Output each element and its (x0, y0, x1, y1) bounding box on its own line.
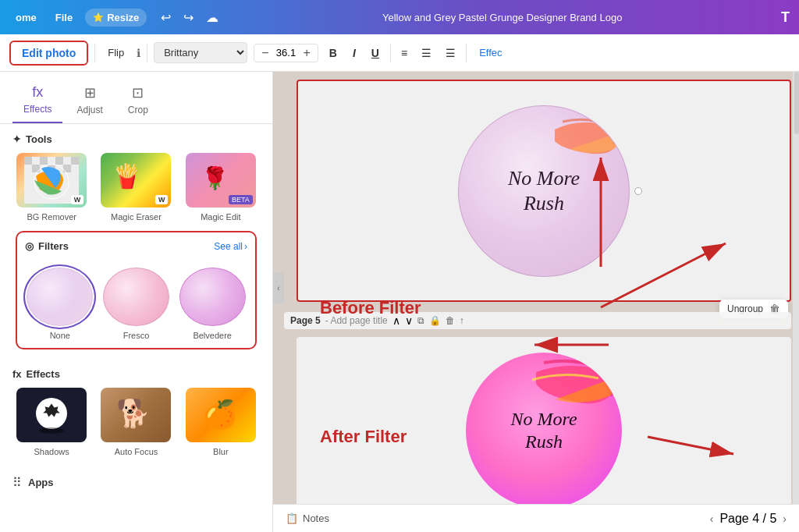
effects-grid: Shadows 🐕 Auto Focus 🍊 (12, 388, 260, 456)
see-all-button[interactable]: See all › (214, 241, 247, 252)
filters-header: ◎ Filters See all › (25, 240, 247, 252)
edit-photo-button[interactable]: Edit photo (9, 41, 88, 66)
magic-edit-tool[interactable]: 🌹 BETA Magic Edit (182, 153, 260, 222)
crop-tab-label: Crop (128, 105, 148, 115)
shadows-effect[interactable]: Shadows (12, 388, 91, 456)
redo-button[interactable]: ↪ (179, 9, 198, 27)
bottom-logo-circle: No MoreRush (466, 353, 622, 504)
page-indicator: Page 4 / 5 (719, 512, 776, 526)
resize-button[interactable]: Resize (85, 9, 147, 27)
svg-rect-5 (55, 157, 63, 165)
page-delete[interactable]: 🗑 (446, 315, 455, 326)
effects-fx-icon: fx (12, 368, 22, 380)
flip-button[interactable]: Flip (101, 44, 130, 62)
size-decrease-button[interactable]: − (259, 46, 271, 60)
svg-rect-6 (63, 165, 71, 172)
home-button[interactable]: ome (9, 9, 43, 27)
prev-page-button[interactable]: ‹ (710, 512, 714, 525)
effects-section-title: fx Effects (12, 368, 260, 380)
svg-text:🍊: 🍊 (203, 398, 237, 431)
shadows-thumbnail (16, 388, 87, 442)
svg-text:🐕: 🐕 (116, 397, 151, 430)
toolbar-separator-3 (390, 44, 391, 62)
font-size-control: − 36.1 + (254, 44, 318, 62)
list-indent-button[interactable]: ☰ (442, 44, 460, 62)
auto-focus-effect[interactable]: 🐕 Auto Focus (97, 388, 175, 456)
svg-rect-1 (24, 157, 32, 165)
toolbar: Edit photo Flip ℹ Brittany − 36.1 + B I … (0, 34, 799, 72)
undo-button[interactable]: ↩ (156, 9, 176, 27)
bottom-logo-text: No MoreRush (510, 408, 577, 453)
size-increase-button[interactable]: + (301, 46, 313, 60)
info-button[interactable]: ℹ (137, 47, 140, 59)
sidebar: fx Effects ⊞ Adjust ⊡ Crop ✦ Tools (0, 72, 273, 532)
scrollbar-thumb[interactable] (794, 72, 799, 134)
top-logo-text: No MoreRush (508, 166, 580, 215)
scrollbar-track[interactable] (793, 72, 799, 504)
collapse-sidebar-button[interactable]: ‹ (273, 272, 284, 303)
filter-belvedere-thumbnail (179, 268, 246, 326)
font-selector[interactable]: Brittany (154, 42, 247, 63)
cloud-save-button[interactable]: ☁ (201, 9, 223, 27)
filter-belvedere[interactable]: Belvedere (177, 268, 247, 340)
italic-button[interactable]: I (348, 44, 360, 62)
main-area: fx Effects ⊞ Adjust ⊡ Crop ✦ Tools (0, 72, 799, 532)
share-icon[interactable]: T (781, 9, 790, 26)
page-controls: ‹ Page 4 / 5 › (710, 512, 787, 526)
filter-fresco[interactable]: Fresco (101, 268, 172, 340)
effects-tab-icon: fx (32, 84, 43, 101)
bold-button[interactable]: B (325, 44, 342, 62)
svg-rect-3 (40, 157, 48, 165)
auto-focus-thumbnail: 🐕 (101, 388, 171, 442)
top-bar: ome File Resize ↩ ↪ ☁ Yellow and Grey Pa… (0, 0, 799, 34)
file-menu[interactable]: File (49, 9, 79, 27)
list-button[interactable]: ☰ (417, 44, 435, 62)
magic-eraser-badge: W (155, 195, 169, 204)
apps-section[interactable]: ⠿ Apps (0, 466, 272, 499)
canvas-content[interactable]: No MoreRush Ungroup 🗑 (273, 72, 799, 504)
filters-grid: None Fresco Belvedere (25, 268, 247, 340)
filter-belvedere-label: Belvedere (193, 331, 232, 340)
page-lock[interactable]: 🔒 (429, 315, 441, 326)
top-logo-circle: No MoreRush (458, 105, 630, 277)
effects-button[interactable]: Effec (473, 44, 508, 62)
svg-text:🍟: 🍟 (112, 162, 142, 190)
svg-rect-7 (71, 157, 79, 165)
blur-effect[interactable]: 🍊 Blur (182, 388, 260, 456)
next-page-button[interactable]: › (783, 512, 787, 525)
sparkle-icon: ✦ (12, 133, 21, 145)
notes-button[interactable]: 📋 Notes (286, 512, 329, 524)
tools-grid: W BG Remover 🍟 W Magic Eraser (12, 153, 260, 222)
magic-edit-label: Magic Edit (201, 212, 240, 222)
top-logo-container: No MoreRush (458, 105, 630, 277)
filters-title: ◎ Filters (25, 240, 69, 252)
tools-title: ✦ Tools (12, 133, 260, 145)
tab-effects[interactable]: fx Effects (12, 78, 62, 123)
tab-crop[interactable]: ⊡ Crop (117, 78, 159, 123)
filters-icon: ◎ (25, 240, 34, 252)
filter-none[interactable]: None (25, 268, 95, 340)
apps-label: Apps (28, 477, 54, 488)
toolbar-separator-2 (147, 44, 147, 62)
selection-handle-tr (626, 105, 630, 109)
page-label: Page 5 (290, 315, 321, 326)
underline-button[interactable]: U (367, 44, 384, 62)
filter-none-label: None (50, 331, 70, 340)
align-left-button[interactable]: ≡ (397, 44, 411, 62)
document-title: Yellow and Grey Pastel Grunge Designer B… (229, 12, 775, 23)
filters-border: ◎ Filters See all › None (16, 231, 257, 349)
tab-adjust[interactable]: ⊞ Adjust (66, 78, 113, 123)
chevron-right-icon: › (244, 241, 247, 252)
adjust-tab-label: Adjust (76, 105, 102, 115)
bg-remover-tool[interactable]: W BG Remover (12, 153, 91, 222)
magic-eraser-tool[interactable]: 🍟 W Magic Eraser (97, 153, 175, 222)
collapse-icon: ‹ (277, 284, 279, 293)
before-filter-label: Before Filter (320, 298, 421, 318)
after-filter-label: After Filter (320, 427, 407, 447)
auto-focus-label: Auto Focus (115, 447, 158, 456)
page-export[interactable]: ↑ (460, 315, 464, 326)
filter-none-thumbnail (27, 268, 93, 326)
top-bar-actions: ↩ ↪ ☁ (156, 9, 223, 27)
top-logo-card: No MoreRush (297, 80, 791, 302)
toolbar-separator-4 (466, 44, 467, 62)
